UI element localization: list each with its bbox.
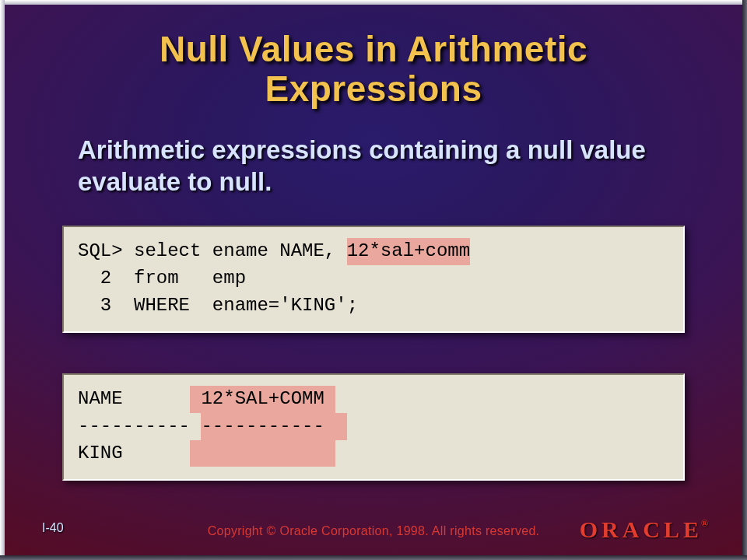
code-line-3: 3 WHERE ename='KING';	[78, 292, 669, 320]
bevel-top	[0, 0, 747, 5]
slide: Null Values in Arithmetic Expressions Ar…	[0, 0, 747, 560]
result-value-name: KING	[78, 443, 190, 464]
result-sep-name: ----------	[78, 415, 201, 436]
code-line-1: SQL> select ename NAME, 12*sal+comm	[78, 238, 669, 265]
result-value-expr-highlight	[190, 440, 335, 467]
code-highlight-expression: 12*sal+comm	[347, 238, 470, 265]
result-col-name: NAME	[78, 388, 190, 409]
slide-subtitle: Arithmetic expressions containing a null…	[78, 134, 685, 198]
code-text: SQL> select ename NAME,	[78, 240, 347, 261]
code-block-result: NAME 12*SAL+COMM ---------- ----------- …	[62, 373, 685, 481]
bevel-bottom	[0, 555, 747, 560]
result-separator-row: ---------- -----------	[78, 413, 669, 440]
logo-text: ORACLE	[580, 516, 703, 542]
code-block-query: SQL> select ename NAME, 12*sal+comm 2 fr…	[62, 226, 685, 333]
code-line-2: 2 from emp	[78, 265, 669, 292]
oracle-logo: ORACLE®	[580, 516, 710, 543]
slide-title: Null Values in Arithmetic Expressions	[0, 30, 747, 108]
result-header-row: NAME 12*SAL+COMM	[78, 386, 669, 413]
result-value-row: KING	[78, 440, 669, 467]
result-sep-expr-highlight: -----------	[201, 413, 346, 440]
logo-registered-mark: ®	[701, 518, 708, 529]
result-col-expr-highlight: 12*SAL+COMM	[190, 386, 335, 413]
